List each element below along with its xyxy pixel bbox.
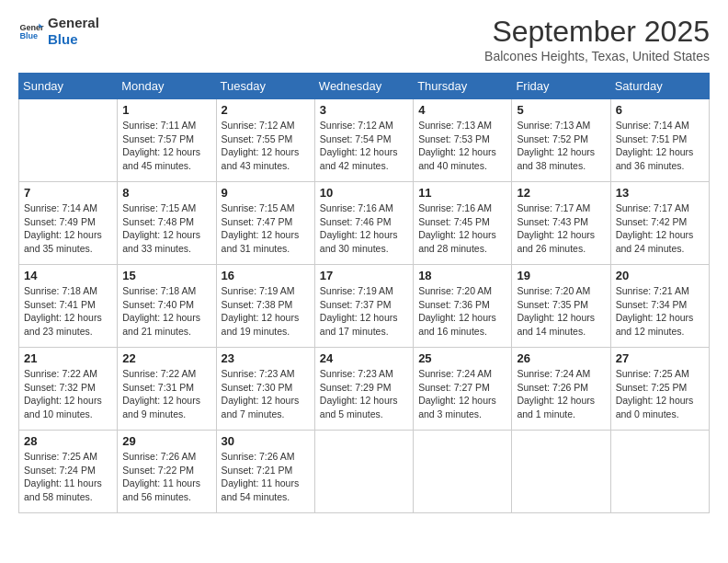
calendar-week-2: 7Sunrise: 7:14 AM Sunset: 7:49 PM Daylig… bbox=[19, 182, 710, 265]
day-info: Sunrise: 7:12 AM Sunset: 7:54 PM Dayligh… bbox=[320, 119, 408, 173]
day-number: 26 bbox=[517, 351, 605, 365]
day-number: 25 bbox=[418, 351, 506, 365]
calendar-cell: 10Sunrise: 7:16 AM Sunset: 7:46 PM Dayli… bbox=[314, 182, 413, 265]
day-info: Sunrise: 7:19 AM Sunset: 7:38 PM Dayligh… bbox=[222, 284, 310, 339]
day-info: Sunrise: 7:17 AM Sunset: 7:42 PM Dayligh… bbox=[616, 201, 704, 256]
calendar-cell: 20Sunrise: 7:21 AM Sunset: 7:34 PM Dayli… bbox=[610, 265, 709, 348]
day-info: Sunrise: 7:17 AM Sunset: 7:43 PM Dayligh… bbox=[517, 201, 605, 256]
calendar-cell: 9Sunrise: 7:15 AM Sunset: 7:47 PM Daylig… bbox=[216, 182, 314, 265]
calendar-cell: 14Sunrise: 7:18 AM Sunset: 7:41 PM Dayli… bbox=[19, 265, 118, 348]
day-number: 3 bbox=[320, 103, 408, 117]
calendar-cell: 28Sunrise: 7:25 AM Sunset: 7:24 PM Dayli… bbox=[19, 431, 118, 513]
calendar-cell: 17Sunrise: 7:19 AM Sunset: 7:37 PM Dayli… bbox=[314, 265, 413, 348]
day-number: 24 bbox=[320, 351, 408, 365]
weekday-header-saturday: Saturday bbox=[610, 74, 709, 99]
day-info: Sunrise: 7:11 AM Sunset: 7:57 PM Dayligh… bbox=[122, 119, 210, 173]
day-number: 12 bbox=[517, 186, 605, 200]
calendar-cell: 16Sunrise: 7:19 AM Sunset: 7:38 PM Dayli… bbox=[216, 265, 314, 348]
day-number: 10 bbox=[320, 186, 408, 200]
weekday-header-monday: Monday bbox=[118, 74, 216, 99]
calendar-cell: 27Sunrise: 7:25 AM Sunset: 7:25 PM Dayli… bbox=[610, 348, 709, 431]
calendar-cell: 21Sunrise: 7:22 AM Sunset: 7:32 PM Dayli… bbox=[19, 348, 118, 431]
day-info: Sunrise: 7:16 AM Sunset: 7:45 PM Dayligh… bbox=[418, 201, 506, 256]
day-number: 2 bbox=[222, 103, 310, 117]
day-info: Sunrise: 7:23 AM Sunset: 7:29 PM Dayligh… bbox=[320, 367, 408, 421]
page-header: General Blue General Blue September 2025… bbox=[18, 15, 710, 63]
calendar-cell: 4Sunrise: 7:13 AM Sunset: 7:53 PM Daylig… bbox=[414, 99, 512, 182]
calendar-cell: 13Sunrise: 7:17 AM Sunset: 7:42 PM Dayli… bbox=[610, 182, 709, 265]
day-info: Sunrise: 7:26 AM Sunset: 7:21 PM Dayligh… bbox=[222, 450, 310, 504]
calendar-cell: 24Sunrise: 7:23 AM Sunset: 7:29 PM Dayli… bbox=[314, 348, 413, 431]
calendar-cell: 11Sunrise: 7:16 AM Sunset: 7:45 PM Dayli… bbox=[414, 182, 512, 265]
calendar-week-1: 1Sunrise: 7:11 AM Sunset: 7:57 PM Daylig… bbox=[19, 99, 710, 182]
day-number: 16 bbox=[222, 269, 310, 282]
day-info: Sunrise: 7:22 AM Sunset: 7:32 PM Dayligh… bbox=[24, 367, 112, 421]
day-info: Sunrise: 7:18 AM Sunset: 7:41 PM Dayligh… bbox=[24, 284, 112, 339]
calendar-cell bbox=[512, 431, 610, 513]
calendar-table: SundayMondayTuesdayWednesdayThursdayFrid… bbox=[18, 73, 710, 513]
day-number: 27 bbox=[616, 351, 704, 365]
day-number: 14 bbox=[24, 269, 112, 282]
day-info: Sunrise: 7:15 AM Sunset: 7:48 PM Dayligh… bbox=[122, 201, 210, 256]
calendar-cell: 12Sunrise: 7:17 AM Sunset: 7:43 PM Dayli… bbox=[512, 182, 610, 265]
calendar-cell: 29Sunrise: 7:26 AM Sunset: 7:22 PM Dayli… bbox=[118, 431, 216, 513]
location: Balcones Heights, Texas, United States bbox=[484, 49, 710, 63]
day-number: 7 bbox=[24, 186, 112, 200]
weekday-header-thursday: Thursday bbox=[414, 74, 512, 99]
day-number: 22 bbox=[122, 351, 210, 365]
day-number: 29 bbox=[122, 434, 210, 448]
day-number: 20 bbox=[616, 269, 704, 282]
day-number: 18 bbox=[418, 269, 506, 282]
title-section: September 2025 Balcones Heights, Texas, … bbox=[484, 15, 710, 63]
calendar-cell: 19Sunrise: 7:20 AM Sunset: 7:35 PM Dayli… bbox=[512, 265, 610, 348]
month-title: September 2025 bbox=[484, 15, 710, 49]
day-number: 4 bbox=[418, 103, 506, 117]
day-number: 6 bbox=[616, 103, 704, 117]
calendar-cell: 3Sunrise: 7:12 AM Sunset: 7:54 PM Daylig… bbox=[314, 99, 413, 182]
calendar-body: 1Sunrise: 7:11 AM Sunset: 7:57 PM Daylig… bbox=[19, 99, 710, 513]
day-info: Sunrise: 7:22 AM Sunset: 7:31 PM Dayligh… bbox=[122, 367, 210, 421]
day-number: 21 bbox=[24, 351, 112, 365]
calendar-cell: 8Sunrise: 7:15 AM Sunset: 7:48 PM Daylig… bbox=[118, 182, 216, 265]
day-info: Sunrise: 7:14 AM Sunset: 7:49 PM Dayligh… bbox=[24, 201, 112, 256]
calendar-cell: 2Sunrise: 7:12 AM Sunset: 7:55 PM Daylig… bbox=[216, 99, 314, 182]
calendar-cell: 23Sunrise: 7:23 AM Sunset: 7:30 PM Dayli… bbox=[216, 348, 314, 431]
day-info: Sunrise: 7:12 AM Sunset: 7:55 PM Dayligh… bbox=[222, 119, 310, 173]
calendar-cell: 15Sunrise: 7:18 AM Sunset: 7:40 PM Dayli… bbox=[118, 265, 216, 348]
weekday-header-wednesday: Wednesday bbox=[314, 74, 413, 99]
weekday-header-tuesday: Tuesday bbox=[216, 74, 314, 99]
day-info: Sunrise: 7:23 AM Sunset: 7:30 PM Dayligh… bbox=[222, 367, 310, 421]
day-info: Sunrise: 7:13 AM Sunset: 7:53 PM Dayligh… bbox=[418, 119, 506, 173]
weekday-header-sunday: Sunday bbox=[19, 74, 118, 99]
calendar-cell bbox=[610, 431, 709, 513]
day-number: 15 bbox=[122, 269, 210, 282]
day-info: Sunrise: 7:25 AM Sunset: 7:24 PM Dayligh… bbox=[24, 450, 112, 504]
calendar-cell: 5Sunrise: 7:13 AM Sunset: 7:52 PM Daylig… bbox=[512, 99, 610, 182]
day-info: Sunrise: 7:15 AM Sunset: 7:47 PM Dayligh… bbox=[222, 201, 310, 256]
day-number: 13 bbox=[616, 186, 704, 200]
weekday-header-row: SundayMondayTuesdayWednesdayThursdayFrid… bbox=[19, 74, 710, 99]
calendar-cell bbox=[414, 431, 512, 513]
calendar-cell: 30Sunrise: 7:26 AM Sunset: 7:21 PM Dayli… bbox=[216, 431, 314, 513]
calendar-week-5: 28Sunrise: 7:25 AM Sunset: 7:24 PM Dayli… bbox=[19, 431, 710, 513]
day-info: Sunrise: 7:16 AM Sunset: 7:46 PM Dayligh… bbox=[320, 201, 408, 256]
day-number: 5 bbox=[517, 103, 605, 117]
calendar-cell: 18Sunrise: 7:20 AM Sunset: 7:36 PM Dayli… bbox=[414, 265, 512, 348]
calendar-cell: 26Sunrise: 7:24 AM Sunset: 7:26 PM Dayli… bbox=[512, 348, 610, 431]
day-info: Sunrise: 7:14 AM Sunset: 7:51 PM Dayligh… bbox=[616, 119, 704, 173]
day-info: Sunrise: 7:26 AM Sunset: 7:22 PM Dayligh… bbox=[122, 450, 210, 504]
logo: General Blue General Blue bbox=[18, 15, 99, 48]
calendar-cell bbox=[314, 431, 413, 513]
day-info: Sunrise: 7:20 AM Sunset: 7:36 PM Dayligh… bbox=[418, 284, 506, 339]
calendar-week-4: 21Sunrise: 7:22 AM Sunset: 7:32 PM Dayli… bbox=[19, 348, 710, 431]
logo-line2: Blue bbox=[48, 31, 99, 48]
logo-icon: General Blue bbox=[18, 18, 44, 44]
day-number: 11 bbox=[418, 186, 506, 200]
day-number: 17 bbox=[320, 269, 408, 282]
day-info: Sunrise: 7:18 AM Sunset: 7:40 PM Dayligh… bbox=[122, 284, 210, 339]
calendar-cell: 1Sunrise: 7:11 AM Sunset: 7:57 PM Daylig… bbox=[118, 99, 216, 182]
svg-text:Blue: Blue bbox=[19, 31, 38, 40]
day-number: 1 bbox=[122, 103, 210, 117]
weekday-header-friday: Friday bbox=[512, 74, 610, 99]
calendar-cell bbox=[19, 99, 118, 182]
